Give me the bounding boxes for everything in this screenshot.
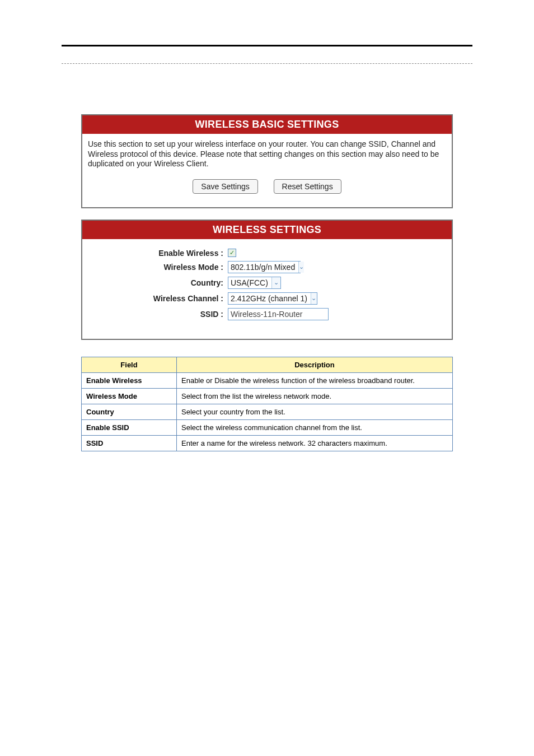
row-desc: Select your country from the list. [177, 404, 453, 419]
table-header-row: Field Description [82, 357, 453, 372]
wireless-channel-label: Wireless Channel : [88, 294, 228, 303]
table-row: SSID Enter a name for the wireless netwo… [82, 435, 453, 451]
country-label: Country: [88, 278, 228, 287]
table-row: Country Select your country from the lis… [82, 404, 453, 419]
row-desc: Enable or Disable the wireless function … [177, 372, 453, 388]
wireless-settings-panel: WIRELESS SETTINGS Enable Wireless : ✓ Wi… [81, 220, 453, 340]
row-label: Enable SSID [82, 419, 177, 435]
ssid-label: SSID : [88, 310, 228, 319]
row-desc: Enter a name for the wireless network. 3… [177, 435, 453, 451]
row-desc: Select from the list the wireless networ… [177, 388, 453, 404]
wireless-channel-value: 2.412GHz (channel 1) [231, 294, 311, 303]
wireless-channel-select[interactable]: 2.412GHz (channel 1) ⌄ [228, 292, 317, 305]
dashed-separator [62, 63, 472, 64]
table-row: Enable SSID Select the wireless communic… [82, 419, 453, 435]
top-rule [62, 45, 472, 46]
row-label: Enable Wireless [82, 372, 177, 388]
wireless-basic-settings-panel: WIRELESS BASIC SETTINGS Use this section… [81, 114, 453, 208]
row-label: SSID [82, 435, 177, 451]
wireless-mode-select[interactable]: 802.11b/g/n Mixed ⌄ [228, 261, 301, 273]
wireless-mode-value: 802.11b/g/n Mixed [231, 263, 298, 272]
chevron-down-icon: ⌄ [271, 277, 280, 288]
table-row: Wireless Mode Select from the list the w… [82, 388, 453, 404]
enable-wireless-label: Enable Wireless : [88, 249, 228, 258]
save-settings-button[interactable]: Save Settings [193, 179, 257, 194]
chevron-down-icon: ⌄ [298, 262, 304, 273]
row-label: Wireless Mode [82, 388, 177, 404]
enable-wireless-checkbox[interactable]: ✓ [228, 249, 236, 257]
reset-settings-button[interactable]: Reset Settings [274, 179, 341, 194]
row-desc: Select the wireless communication channe… [177, 419, 453, 435]
panel-title-settings: WIRELESS SETTINGS [82, 221, 452, 239]
wireless-mode-label: Wireless Mode : [88, 263, 228, 272]
ssid-input[interactable] [228, 308, 329, 320]
row-label: Country [82, 404, 177, 419]
country-select[interactable]: USA(FCC) ⌄ [228, 277, 281, 289]
field-description-table: Field Description Enable Wireless Enable… [81, 357, 453, 451]
table-row: Enable Wireless Enable or Disable the wi… [82, 372, 453, 388]
panel-title-basic: WIRELESS BASIC SETTINGS [82, 115, 452, 134]
chevron-down-icon: ⌄ [311, 293, 317, 304]
header-field: Field [82, 357, 177, 372]
country-value: USA(FCC) [231, 278, 271, 287]
basic-description: Use this section to set up your wireless… [88, 139, 446, 169]
header-description: Description [177, 357, 453, 372]
